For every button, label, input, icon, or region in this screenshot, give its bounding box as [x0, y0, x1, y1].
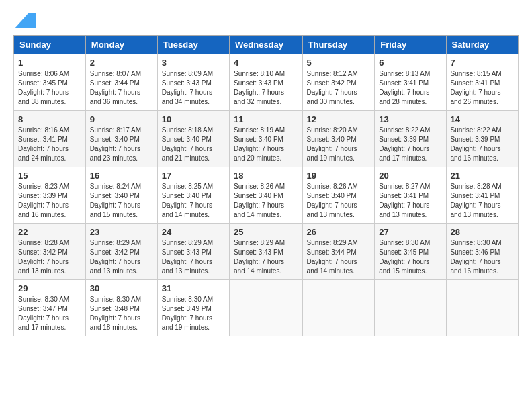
- day-info: Sunrise: 8:10 AM Sunset: 3:43 PM Dayligh…: [234, 69, 298, 107]
- day-number: 28: [451, 227, 514, 237]
- day-info: Sunrise: 8:06 AM Sunset: 3:45 PM Dayligh…: [18, 69, 81, 107]
- calendar-cell: [230, 280, 303, 336]
- day-info: Sunrise: 8:16 AM Sunset: 3:41 PM Dayligh…: [18, 126, 81, 163]
- calendar-cell: 1Sunrise: 8:06 AM Sunset: 3:45 PM Daylig…: [14, 54, 86, 111]
- calendar-cell: 3Sunrise: 8:09 AM Sunset: 3:43 PM Daylig…: [157, 54, 229, 111]
- calendar-cell: 16Sunrise: 8:24 AM Sunset: 3:40 PM Dayli…: [85, 167, 157, 224]
- day-number: 29: [18, 283, 81, 293]
- calendar-cell: 29Sunrise: 8:30 AM Sunset: 3:47 PM Dayli…: [14, 280, 86, 336]
- day-number: 31: [162, 283, 225, 293]
- calendar-header-friday: Friday: [375, 36, 446, 54]
- day-info: Sunrise: 8:26 AM Sunset: 3:40 PM Dayligh…: [234, 182, 298, 220]
- calendar-header-monday: Monday: [85, 36, 157, 54]
- calendar-cell: 25Sunrise: 8:29 AM Sunset: 3:43 PM Dayli…: [230, 224, 303, 280]
- calendar-cell: 18Sunrise: 8:26 AM Sunset: 3:40 PM Dayli…: [230, 167, 303, 224]
- calendar-header-saturday: Saturday: [446, 36, 518, 54]
- day-info: Sunrise: 8:07 AM Sunset: 3:44 PM Dayligh…: [90, 69, 153, 107]
- calendar-cell: 12Sunrise: 8:20 AM Sunset: 3:40 PM Dayli…: [302, 111, 375, 167]
- calendar-table: SundayMondayTuesdayWednesdayThursdayFrid…: [13, 35, 519, 336]
- day-number: 30: [90, 283, 153, 293]
- day-info: Sunrise: 8:30 AM Sunset: 3:48 PM Dayligh…: [90, 295, 153, 332]
- day-number: 25: [234, 227, 298, 237]
- day-number: 8: [18, 114, 81, 124]
- day-number: 16: [90, 171, 153, 181]
- calendar-week-2: 8Sunrise: 8:16 AM Sunset: 3:41 PM Daylig…: [14, 111, 519, 167]
- calendar-cell: [302, 280, 375, 336]
- calendar-body: 1Sunrise: 8:06 AM Sunset: 3:45 PM Daylig…: [14, 54, 519, 336]
- calendar-cell: 30Sunrise: 8:30 AM Sunset: 3:48 PM Dayli…: [85, 280, 157, 336]
- calendar-cell: 10Sunrise: 8:18 AM Sunset: 3:40 PM Dayli…: [157, 111, 229, 167]
- calendar-cell: [446, 280, 518, 336]
- day-info: Sunrise: 8:20 AM Sunset: 3:40 PM Dayligh…: [307, 126, 371, 163]
- day-info: Sunrise: 8:22 AM Sunset: 3:39 PM Dayligh…: [451, 126, 514, 163]
- calendar-cell: 13Sunrise: 8:22 AM Sunset: 3:39 PM Dayli…: [375, 111, 446, 167]
- day-info: Sunrise: 8:26 AM Sunset: 3:40 PM Dayligh…: [307, 182, 371, 220]
- day-info: Sunrise: 8:23 AM Sunset: 3:39 PM Dayligh…: [18, 182, 81, 220]
- calendar-cell: 21Sunrise: 8:28 AM Sunset: 3:41 PM Dayli…: [446, 167, 518, 224]
- day-number: 6: [379, 58, 441, 68]
- day-number: 23: [90, 227, 153, 237]
- day-info: Sunrise: 8:13 AM Sunset: 3:41 PM Dayligh…: [379, 69, 441, 107]
- calendar-cell: 19Sunrise: 8:26 AM Sunset: 3:40 PM Dayli…: [302, 167, 375, 224]
- calendar-week-3: 15Sunrise: 8:23 AM Sunset: 3:39 PM Dayli…: [14, 167, 519, 224]
- calendar-cell: 2Sunrise: 8:07 AM Sunset: 3:44 PM Daylig…: [85, 54, 157, 111]
- calendar-cell: 22Sunrise: 8:28 AM Sunset: 3:42 PM Dayli…: [14, 224, 86, 280]
- day-number: 19: [307, 171, 371, 181]
- calendar-week-5: 29Sunrise: 8:30 AM Sunset: 3:47 PM Dayli…: [14, 280, 519, 336]
- svg-marker-1: [15, 13, 36, 28]
- day-info: Sunrise: 8:17 AM Sunset: 3:40 PM Dayligh…: [90, 126, 153, 163]
- day-info: Sunrise: 8:22 AM Sunset: 3:39 PM Dayligh…: [379, 126, 441, 163]
- day-info: Sunrise: 8:09 AM Sunset: 3:43 PM Dayligh…: [162, 69, 225, 107]
- calendar-cell: 9Sunrise: 8:17 AM Sunset: 3:40 PM Daylig…: [85, 111, 157, 167]
- day-number: 3: [162, 58, 225, 68]
- day-info: Sunrise: 8:29 AM Sunset: 3:43 PM Dayligh…: [162, 238, 225, 276]
- calendar-week-1: 1Sunrise: 8:06 AM Sunset: 3:45 PM Daylig…: [14, 54, 519, 111]
- day-number: 13: [379, 114, 441, 124]
- calendar-cell: 5Sunrise: 8:12 AM Sunset: 3:42 PM Daylig…: [302, 54, 375, 111]
- day-number: 12: [307, 114, 371, 124]
- calendar-cell: 14Sunrise: 8:22 AM Sunset: 3:39 PM Dayli…: [446, 111, 518, 167]
- day-number: 4: [234, 58, 298, 68]
- day-number: 14: [451, 114, 514, 124]
- logo-icon: [15, 13, 36, 28]
- day-info: Sunrise: 8:30 AM Sunset: 3:47 PM Dayligh…: [18, 295, 81, 332]
- calendar-cell: 7Sunrise: 8:15 AM Sunset: 3:41 PM Daylig…: [446, 54, 518, 111]
- day-number: 11: [234, 114, 298, 124]
- day-info: Sunrise: 8:15 AM Sunset: 3:41 PM Dayligh…: [451, 69, 514, 107]
- calendar-header-tuesday: Tuesday: [157, 36, 229, 54]
- day-info: Sunrise: 8:30 AM Sunset: 3:49 PM Dayligh…: [162, 295, 225, 332]
- calendar-cell: 15Sunrise: 8:23 AM Sunset: 3:39 PM Dayli…: [14, 167, 86, 224]
- calendar-cell: 26Sunrise: 8:29 AM Sunset: 3:44 PM Dayli…: [302, 224, 375, 280]
- calendar-cell: 20Sunrise: 8:27 AM Sunset: 3:41 PM Dayli…: [375, 167, 446, 224]
- calendar-cell: 24Sunrise: 8:29 AM Sunset: 3:43 PM Dayli…: [157, 224, 229, 280]
- calendar-header-wednesday: Wednesday: [230, 36, 303, 54]
- day-number: 24: [162, 227, 225, 237]
- calendar-header-thursday: Thursday: [302, 36, 375, 54]
- calendar-cell: 17Sunrise: 8:25 AM Sunset: 3:40 PM Dayli…: [157, 167, 229, 224]
- day-number: 9: [90, 114, 153, 124]
- calendar-header-sunday: Sunday: [14, 36, 86, 54]
- day-info: Sunrise: 8:25 AM Sunset: 3:40 PM Dayligh…: [162, 182, 225, 220]
- calendar-cell: 31Sunrise: 8:30 AM Sunset: 3:49 PM Dayli…: [157, 280, 229, 336]
- day-number: 7: [451, 58, 514, 68]
- day-number: 21: [451, 171, 514, 181]
- calendar-cell: 23Sunrise: 8:29 AM Sunset: 3:42 PM Dayli…: [85, 224, 157, 280]
- day-info: Sunrise: 8:29 AM Sunset: 3:42 PM Dayligh…: [90, 238, 153, 276]
- day-info: Sunrise: 8:18 AM Sunset: 3:40 PM Dayligh…: [162, 126, 225, 163]
- calendar-cell: 6Sunrise: 8:13 AM Sunset: 3:41 PM Daylig…: [375, 54, 446, 111]
- day-info: Sunrise: 8:12 AM Sunset: 3:42 PM Dayligh…: [307, 69, 371, 107]
- day-info: Sunrise: 8:28 AM Sunset: 3:41 PM Dayligh…: [451, 182, 514, 220]
- day-info: Sunrise: 8:27 AM Sunset: 3:41 PM Dayligh…: [379, 182, 441, 220]
- calendar-cell: 8Sunrise: 8:16 AM Sunset: 3:41 PM Daylig…: [14, 111, 86, 167]
- day-info: Sunrise: 8:24 AM Sunset: 3:40 PM Dayligh…: [90, 182, 153, 220]
- day-info: Sunrise: 8:30 AM Sunset: 3:45 PM Dayligh…: [379, 238, 441, 276]
- day-info: Sunrise: 8:29 AM Sunset: 3:44 PM Dayligh…: [307, 238, 371, 276]
- calendar-cell: 27Sunrise: 8:30 AM Sunset: 3:45 PM Dayli…: [375, 224, 446, 280]
- calendar-cell: [375, 280, 446, 336]
- day-number: 17: [162, 171, 225, 181]
- day-info: Sunrise: 8:19 AM Sunset: 3:40 PM Dayligh…: [234, 126, 298, 163]
- day-number: 5: [307, 58, 371, 68]
- day-number: 1: [18, 58, 81, 68]
- day-number: 27: [379, 227, 441, 237]
- day-info: Sunrise: 8:30 AM Sunset: 3:46 PM Dayligh…: [451, 238, 514, 276]
